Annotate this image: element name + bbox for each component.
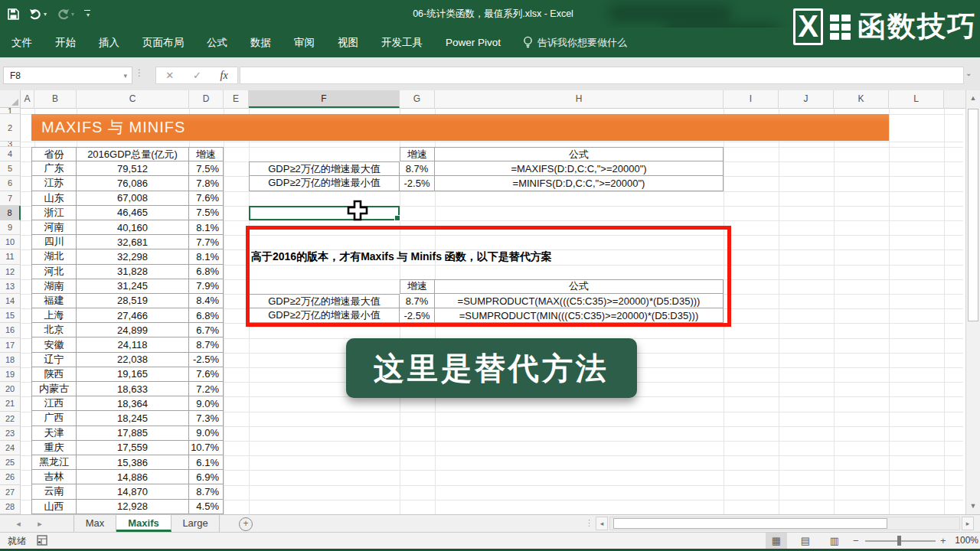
formula-bar-expand-icon[interactable]: ⌄: [965, 69, 972, 77]
title-banner-cell[interactable]: MAXIFS 与 MINIFS: [31, 114, 889, 141]
cell-B24[interactable]: 重庆: [31, 441, 77, 455]
select-all-corner[interactable]: [0, 90, 21, 108]
formula-input[interactable]: [240, 67, 964, 84]
cell-C17[interactable]: 24,118: [77, 337, 189, 352]
next-sheet-icon[interactable]: ▸: [32, 515, 47, 533]
col-header-B[interactable]: B: [34, 90, 77, 108]
cell-C15[interactable]: 27,466: [77, 308, 189, 323]
cell-C20[interactable]: 18,633: [77, 382, 189, 396]
cell-B19[interactable]: 陕西: [31, 367, 77, 382]
zoom-in-icon[interactable]: +: [940, 535, 946, 546]
cell-C22[interactable]: 18,245: [77, 411, 189, 425]
cell-C9[interactable]: 40,160: [77, 220, 189, 235]
undo-button[interactable]: ▾: [29, 8, 47, 20]
view-normal-icon[interactable]: ▦: [766, 533, 787, 549]
cell-B4[interactable]: 省份: [31, 147, 77, 161]
cell-F15[interactable]: GDP≥2万亿的增速最小值: [249, 308, 400, 323]
row-header-6[interactable]: 6: [0, 176, 21, 191]
cell-B18[interactable]: 辽宁: [31, 353, 77, 367]
cell-D17[interactable]: 8.7%: [189, 337, 224, 352]
cell-H5[interactable]: =MAXIFS(D:D,C:C,">=20000"): [435, 161, 724, 176]
row-header-20[interactable]: 20: [0, 382, 21, 396]
ribbon-tab-公式[interactable]: 公式: [195, 28, 239, 57]
col-header-I[interactable]: I: [724, 90, 779, 108]
cell-B15[interactable]: 上海: [31, 308, 77, 323]
cell-D14[interactable]: 8.4%: [189, 294, 224, 308]
cell-F14[interactable]: GDP≥2万亿的增速最大值: [249, 294, 400, 308]
cell-B5[interactable]: 广东: [31, 161, 77, 176]
cell-D16[interactable]: 6.7%: [189, 323, 224, 337]
cell-D12[interactable]: 6.8%: [189, 265, 224, 279]
macro-record-icon[interactable]: [37, 535, 47, 548]
cell-B16[interactable]: 北京: [31, 323, 77, 337]
cell-B10[interactable]: 四川: [31, 235, 77, 249]
row-header-2[interactable]: 2: [0, 114, 21, 142]
name-box[interactable]: F8 ▾: [3, 67, 132, 84]
cell-C19[interactable]: 19,165: [77, 367, 189, 382]
cell-C28[interactable]: 12,928: [77, 500, 189, 514]
row-header-15[interactable]: 15: [0, 308, 21, 323]
col-header-C[interactable]: C: [77, 90, 189, 108]
sheet-tab-large[interactable]: Large: [172, 515, 220, 532]
ribbon-tab-页面布局[interactable]: 页面布局: [131, 28, 195, 57]
scroll-up-icon[interactable]: ▲: [966, 90, 980, 106]
ribbon-tab-power-pivot[interactable]: Power Pivot: [434, 28, 512, 57]
cell-G14[interactable]: 8.7%: [400, 294, 435, 308]
col-header-J[interactable]: J: [779, 90, 834, 108]
col-header-H[interactable]: H: [435, 90, 724, 108]
row-header-13[interactable]: 13: [0, 279, 21, 294]
cell-C12[interactable]: 31,828: [77, 265, 189, 279]
active-cell-F8[interactable]: [249, 206, 400, 220]
zoom-level-label[interactable]: 100%: [952, 535, 978, 546]
cell-D5[interactable]: 7.5%: [189, 161, 224, 176]
cell-D22[interactable]: 7.3%: [189, 411, 224, 425]
cell-B7[interactable]: 山东: [31, 191, 77, 206]
cell-C6[interactable]: 76,086: [77, 176, 189, 191]
col-header-D[interactable]: D: [189, 90, 224, 108]
enter-icon[interactable]: ✓: [193, 70, 201, 81]
cell-B14[interactable]: 福建: [31, 294, 77, 308]
horizontal-scroll-thumb[interactable]: [613, 518, 887, 529]
cell-D6[interactable]: 7.8%: [189, 176, 224, 191]
cell-D15[interactable]: 6.8%: [189, 308, 224, 323]
scroll-right-icon[interactable]: ▸: [962, 517, 974, 530]
cell-G13[interactable]: 增速: [400, 279, 435, 294]
row-header-1[interactable]: 1: [0, 108, 21, 114]
cell-B9[interactable]: 河南: [31, 220, 77, 235]
row-header-3[interactable]: 3: [0, 142, 21, 147]
cell-D23[interactable]: 9.0%: [189, 426, 224, 441]
row-header-4[interactable]: 4: [0, 147, 21, 161]
cell-D11[interactable]: 8.1%: [189, 249, 224, 264]
prev-sheet-icon[interactable]: ◂: [11, 515, 26, 533]
cell-C27[interactable]: 14,870: [77, 484, 189, 499]
cell-B27[interactable]: 云南: [31, 484, 77, 499]
cell-B25[interactable]: 黑龙江: [31, 455, 77, 470]
cell-C14[interactable]: 28,519: [77, 294, 189, 308]
row-header-16[interactable]: 16: [0, 323, 21, 337]
cell-C7[interactable]: 67,008: [77, 191, 189, 206]
row-header-8[interactable]: 8: [0, 206, 21, 220]
row-header-7[interactable]: 7: [0, 191, 21, 206]
undo-dropdown-icon[interactable]: ▾: [44, 11, 47, 18]
cell-F5[interactable]: GDP≥2万亿的增速最大值: [249, 161, 400, 176]
zoom-out-icon[interactable]: −: [853, 535, 859, 546]
add-sheet-button[interactable]: +: [239, 517, 253, 531]
cell-D24[interactable]: 10.7%: [189, 441, 224, 455]
row-header-27[interactable]: 27: [0, 485, 21, 500]
cell-C18[interactable]: 22,038: [77, 353, 189, 367]
cell-D4[interactable]: 增速: [189, 147, 224, 161]
cell-D26[interactable]: 6.9%: [189, 470, 224, 484]
row-header-11[interactable]: 11: [0, 249, 21, 264]
cell-B20[interactable]: 内蒙古: [31, 382, 77, 396]
namebox-dropdown-icon[interactable]: ▾: [123, 72, 132, 80]
ribbon-tab-视图[interactable]: 视图: [326, 28, 370, 57]
cell-C24[interactable]: 17,559: [77, 441, 189, 455]
cell-C26[interactable]: 14,886: [77, 470, 189, 484]
cell-C4[interactable]: 2016GDP总量(亿元): [77, 147, 189, 161]
cell-G15[interactable]: -2.5%: [400, 308, 435, 323]
row-header-10[interactable]: 10: [0, 235, 21, 249]
cell-D20[interactable]: 7.2%: [189, 382, 224, 396]
row-header-25[interactable]: 25: [0, 455, 21, 470]
cell-B26[interactable]: 吉林: [31, 470, 77, 484]
col-header-L[interactable]: L: [889, 90, 944, 108]
